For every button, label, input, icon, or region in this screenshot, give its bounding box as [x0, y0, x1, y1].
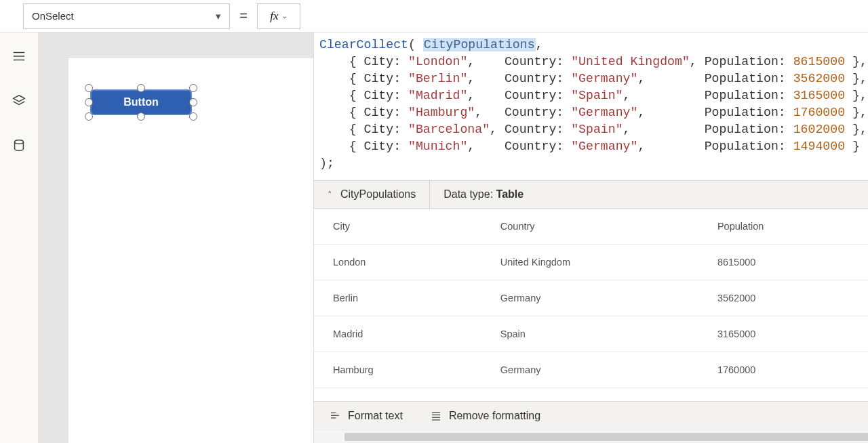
data-type-value: Table [496, 188, 524, 200]
chevron-down-icon: ⌄ [281, 12, 288, 20]
chevron-up-icon: ˄ [328, 190, 332, 200]
table-cell: 1760000 [707, 352, 868, 388]
table-cell: Hamburg [314, 352, 490, 388]
table-cell: 8615000 [707, 245, 868, 280]
table-column-header[interactable]: City [314, 209, 490, 245]
table-cell: United Kingdom [490, 245, 707, 280]
resize-handle[interactable] [189, 98, 197, 106]
table-row[interactable]: BarcelonaSpain1602000 [314, 388, 868, 402]
table-cell: Berlin [314, 280, 490, 316]
property-dropdown-value: OnSelect [32, 10, 74, 22]
table-row[interactable]: HamburgGermany1760000 [314, 352, 868, 388]
equals-label: = [230, 8, 257, 24]
format-text-icon [329, 410, 341, 422]
resize-handle[interactable] [189, 84, 197, 92]
chevron-down-icon: ▾ [216, 10, 221, 22]
fx-button[interactable]: fx ⌄ [257, 3, 300, 29]
layers-icon[interactable] [12, 93, 26, 111]
screen-canvas[interactable]: Button [68, 58, 313, 443]
result-table-container[interactable]: CityCountryPopulation LondonUnited Kingd… [314, 209, 868, 401]
format-text-button[interactable]: Format text [329, 410, 403, 422]
table-row[interactable]: BerlinGermany3562000 [314, 280, 868, 316]
remove-formatting-icon [430, 410, 442, 422]
database-icon[interactable] [12, 138, 26, 156]
table-cell: Germany [490, 280, 707, 316]
resize-handle[interactable] [85, 98, 93, 106]
property-dropdown[interactable]: OnSelect ▾ [23, 3, 230, 29]
resize-handle[interactable] [85, 84, 93, 92]
formula-panel: ClearCollect( CityPopulations, { City: "… [313, 33, 868, 443]
table-cell: 3165000 [707, 316, 868, 352]
resize-handle[interactable] [189, 112, 197, 121]
table-cell: Barcelona [314, 388, 490, 402]
table-header-row: CityCountryPopulation [314, 209, 868, 245]
formula-footer: Format text Remove formatting [314, 401, 868, 429]
canvas-area[interactable]: Button [39, 33, 313, 443]
result-data-type: Data type: Table [430, 188, 537, 201]
table-cell: 3562000 [707, 280, 868, 316]
button-label: Button [123, 96, 159, 108]
remove-formatting-button[interactable]: Remove formatting [430, 410, 540, 422]
table-cell: Spain [490, 316, 707, 352]
resize-handle[interactable] [137, 112, 145, 121]
resize-handle[interactable] [85, 112, 93, 121]
table-cell: Madrid [314, 316, 490, 352]
table-row[interactable]: LondonUnited Kingdom8615000 [314, 245, 868, 280]
button-control[interactable]: Button [90, 89, 192, 115]
svg-point-4 [15, 140, 24, 144]
result-collection-toggle[interactable]: ˄ CityPopulations [314, 181, 430, 208]
fx-label: fx [270, 9, 278, 23]
table-cell: London [314, 245, 490, 280]
table-cell: Spain [490, 388, 707, 402]
resize-handle[interactable] [137, 84, 145, 92]
left-rail [0, 33, 39, 443]
result-collection-name: CityPopulations [340, 188, 416, 201]
selected-button-control[interactable]: Button [87, 87, 195, 118]
remove-formatting-label: Remove formatting [449, 410, 540, 422]
table-cell: Germany [490, 352, 707, 388]
horizontal-scrollbar[interactable] [314, 429, 868, 443]
table-column-header[interactable]: Population [707, 209, 868, 245]
table-cell: 1602000 [707, 388, 868, 402]
result-table: CityCountryPopulation LondonUnited Kingd… [314, 209, 868, 401]
data-type-label: Data type: [443, 188, 496, 200]
formula-bar: OnSelect ▾ = fx ⌄ [0, 0, 868, 33]
format-text-label: Format text [348, 410, 403, 422]
result-header: ˄ CityPopulations Data type: Table [314, 180, 868, 209]
hamburger-icon[interactable] [12, 49, 26, 66]
svg-marker-3 [14, 96, 25, 102]
table-column-header[interactable]: Country [490, 209, 707, 245]
table-row[interactable]: MadridSpain3165000 [314, 316, 868, 352]
scrollbar-thumb[interactable] [344, 433, 868, 441]
formula-editor[interactable]: ClearCollect( CityPopulations, { City: "… [314, 33, 868, 180]
